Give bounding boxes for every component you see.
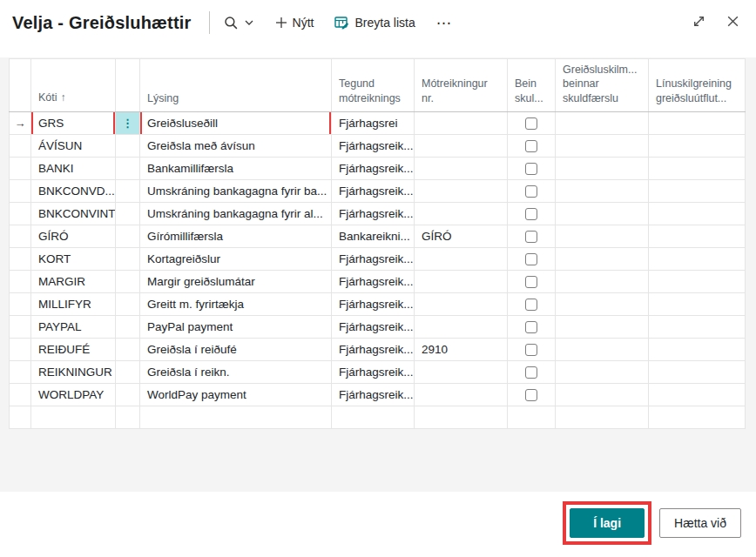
description-cell[interactable]: Kortagreiðslur [140,247,332,270]
balancing-account-no-cell[interactable] [415,111,508,134]
direct-debit-checkbox[interactable] [525,140,537,152]
direct-debit-cell[interactable] [508,111,556,134]
balancing-account-type-cell[interactable]: Fjárhagsreik... [332,383,415,406]
balancing-account-no-cell[interactable] [415,383,508,406]
edit-list-button[interactable]: Breyta lista [334,16,415,30]
direct-debit-cell[interactable] [508,134,556,157]
header-direct-debit-terms[interactable]: Greiðsluskilm... beinnar skuldfærslu [556,59,649,112]
code-cell[interactable]: KORT [31,247,116,270]
header-description[interactable]: Lýsing [140,59,332,112]
direct-debit-checkbox[interactable] [525,231,537,243]
code-cell[interactable]: ÁVÍSUN [31,134,116,157]
direct-debit-checkbox[interactable] [525,208,537,220]
direct-debit-terms-cell[interactable] [556,111,649,134]
balancing-account-type-cell[interactable]: Fjárhagsreik... [332,360,415,383]
code-cell[interactable]: GRS [31,111,116,134]
direct-debit-cell[interactable] [508,360,556,383]
direct-debit-cell[interactable] [508,202,556,225]
description-cell[interactable]: Greitt m. fyrirtækja [140,292,332,315]
line-definition-cell[interactable] [649,315,746,338]
close-dialog-button[interactable] [726,14,740,32]
balancing-account-no-cell[interactable] [415,315,508,338]
balancing-account-no-cell[interactable] [415,202,508,225]
ok-button[interactable]: Í lagi [570,508,645,538]
row-menu-icon[interactable]: ⋮ [116,112,139,134]
balancing-account-no-cell[interactable] [415,270,508,292]
description-cell[interactable]: Greiðsla í reikn. [140,360,332,383]
direct-debit-terms-cell[interactable] [556,338,649,360]
code-cell[interactable] [31,406,116,428]
direct-debit-terms-cell[interactable] [556,270,649,292]
line-definition-cell[interactable] [649,225,746,247]
code-cell[interactable]: BNKCONVINT [31,202,116,225]
code-cell[interactable]: REIÐUFÉ [31,338,116,360]
direct-debit-cell[interactable] [508,292,556,315]
direct-debit-terms-cell[interactable] [556,134,649,157]
balancing-account-no-cell[interactable] [415,179,508,202]
more-options-button[interactable]: ⋯ [436,14,453,32]
direct-debit-cell[interactable] [508,225,556,247]
header-balancing-account-type[interactable]: Tegund mótreiknings [332,59,415,112]
code-cell[interactable]: GÍRÓ [31,225,116,247]
balancing-account-no-cell[interactable] [415,292,508,315]
expand-dialog-button[interactable] [692,14,706,32]
balancing-account-no-cell[interactable] [415,157,508,179]
direct-debit-cell[interactable] [508,315,556,338]
direct-debit-cell[interactable] [508,179,556,202]
description-cell[interactable]: Umskráning bankagagna fyrir al... [140,202,332,225]
search-button[interactable] [224,16,254,30]
balancing-account-type-cell[interactable]: Fjárhagsreik... [332,315,415,338]
line-definition-cell[interactable] [649,360,746,383]
direct-debit-cell[interactable] [508,247,556,270]
direct-debit-terms-cell[interactable] [556,406,649,428]
direct-debit-checkbox[interactable] [525,344,537,356]
direct-debit-checkbox[interactable] [525,253,537,265]
balancing-account-no-cell[interactable] [415,406,508,428]
description-cell[interactable]: WorldPay payment [140,383,332,406]
line-definition-cell[interactable] [649,134,746,157]
direct-debit-terms-cell[interactable] [556,315,649,338]
line-definition-cell[interactable] [649,383,746,406]
balancing-account-no-cell[interactable]: 2910 [415,338,508,360]
direct-debit-cell[interactable] [508,157,556,179]
direct-debit-checkbox[interactable] [525,276,537,288]
balancing-account-no-cell[interactable] [415,247,508,270]
description-cell[interactable]: Umskráning bankagagna fyrir ba... [140,179,332,202]
balancing-account-type-cell[interactable]: Fjárhagsreik... [332,270,415,292]
direct-debit-terms-cell[interactable] [556,247,649,270]
direct-debit-terms-cell[interactable] [556,383,649,406]
line-definition-cell[interactable] [649,270,746,292]
line-definition-cell[interactable] [649,292,746,315]
direct-debit-terms-cell[interactable] [556,360,649,383]
header-code[interactable]: Kóti↑ [31,59,116,112]
description-cell[interactable] [140,406,332,428]
code-cell[interactable]: MILLIFYR [31,292,116,315]
description-cell[interactable]: Greiðsla í reiðufé [140,338,332,360]
description-cell[interactable]: PayPal payment [140,315,332,338]
header-direct-debit[interactable]: Bein skul... [508,59,556,112]
direct-debit-checkbox[interactable] [525,163,537,175]
code-cell[interactable]: BANKI [31,157,116,179]
header-balancing-account-no[interactable]: Mótreikningur nr. [415,59,508,112]
balancing-account-no-cell[interactable] [415,360,508,383]
balancing-account-type-cell[interactable]: Fjárhagsreik... [332,179,415,202]
direct-debit-checkbox[interactable] [525,299,537,311]
direct-debit-cell[interactable] [508,338,556,360]
direct-debit-checkbox[interactable] [525,185,537,198]
direct-debit-terms-cell[interactable] [556,179,649,202]
balancing-account-no-cell[interactable] [415,134,508,157]
description-cell[interactable]: Greiðsluseðill [140,111,332,134]
line-definition-cell[interactable] [649,406,746,428]
balancing-account-type-cell[interactable]: Fjárhagsreik... [332,247,415,270]
balancing-account-type-cell[interactable]: Bankareikni... [332,225,415,247]
direct-debit-checkbox[interactable] [525,117,537,130]
direct-debit-cell[interactable] [508,383,556,406]
balancing-account-no-cell[interactable]: GÍRÓ [415,225,508,247]
balancing-account-type-cell[interactable] [332,406,415,428]
direct-debit-terms-cell[interactable] [556,202,649,225]
direct-debit-checkbox[interactable] [525,389,537,401]
description-cell[interactable]: Margir greiðslumátar [140,270,332,292]
direct-debit-checkbox[interactable] [525,366,537,379]
description-cell[interactable]: Bankamillifærsla [140,157,332,179]
code-cell[interactable]: PAYPAL [31,315,116,338]
